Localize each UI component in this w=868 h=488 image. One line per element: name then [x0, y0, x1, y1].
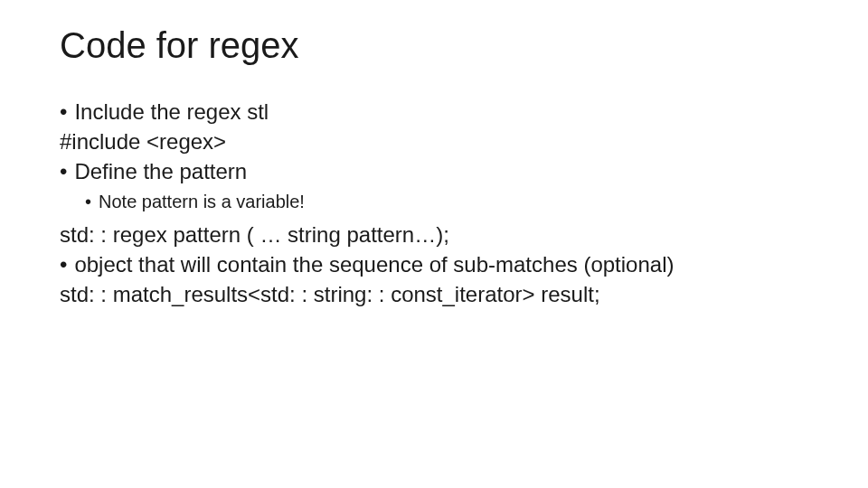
bullet-text: Define the pattern [74, 157, 247, 185]
code-regex-pattern-line: std: : regex pattern ( … string pattern…… [60, 221, 808, 249]
sub-bullet-note-variable: • Note pattern is a variable! [85, 190, 808, 213]
bullet-match-results: • object that will contain the sequence … [60, 250, 808, 278]
slide-title: Code for regex [60, 25, 808, 65]
slide-body: • Include the regex stl #include <regex>… [60, 98, 808, 308]
slide: Code for regex • Include the regex stl #… [0, 0, 868, 488]
bullet-text: Note pattern is a variable! [99, 190, 305, 213]
bullet-icon: • [60, 98, 67, 126]
bullet-text: Include the regex stl [74, 98, 269, 126]
bullet-include-regex: • Include the regex stl [60, 98, 808, 126]
bullet-define-pattern: • Define the pattern [60, 157, 808, 185]
code-include-line: #include <regex> [60, 127, 808, 155]
bullet-icon: • [60, 250, 67, 278]
bullet-text: object that will contain the sequence of… [74, 250, 674, 278]
bullet-icon: • [60, 157, 67, 185]
bullet-icon: • [85, 190, 91, 213]
code-match-results-line: std: : match_results<std: : string: : co… [60, 280, 808, 308]
